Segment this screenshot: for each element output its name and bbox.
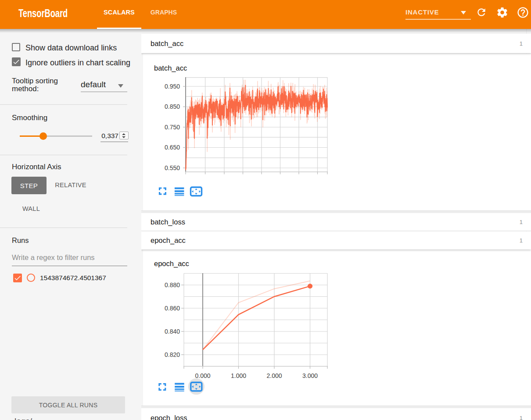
svg-text:2.000: 2.000 — [266, 372, 282, 379]
svg-text:0.850: 0.850 — [165, 103, 180, 110]
svg-text:3.000: 3.000 — [302, 372, 318, 379]
svg-text:0.880: 0.880 — [165, 281, 180, 288]
svg-text:0.550: 0.550 — [165, 164, 180, 171]
svg-text:0.950: 0.950 — [165, 83, 180, 90]
svg-text:0.750: 0.750 — [165, 124, 180, 131]
svg-text:0.650: 0.650 — [165, 144, 180, 151]
svg-text:1.000: 1.000 — [231, 372, 246, 379]
svg-text:0.840: 0.840 — [165, 328, 180, 335]
svg-text:0.860: 0.860 — [165, 305, 180, 312]
svg-text:0.820: 0.820 — [165, 351, 180, 358]
